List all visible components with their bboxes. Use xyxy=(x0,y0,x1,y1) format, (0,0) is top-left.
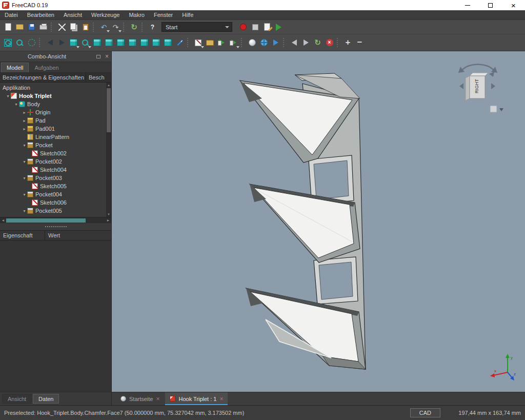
view-isometric-icon[interactable] xyxy=(91,37,103,49)
expander-icon[interactable] xyxy=(22,159,27,164)
tree-item-pocket[interactable]: Pocket xyxy=(0,141,111,149)
navigation-style-button[interactable]: CAD xyxy=(410,408,440,417)
rotate-left-icon[interactable] xyxy=(458,67,465,73)
whats-this-icon[interactable] xyxy=(147,21,158,33)
expander-icon[interactable] xyxy=(13,102,19,107)
close-button[interactable] xyxy=(502,0,525,10)
maximize-button[interactable] xyxy=(479,0,502,10)
open-folder-icon[interactable] xyxy=(204,37,216,49)
tree-header-description[interactable]: Besch xyxy=(86,73,111,82)
tree-item-origin[interactable]: Origin xyxy=(0,108,111,116)
zoom-in-icon[interactable] xyxy=(342,37,354,49)
view-top-icon[interactable] xyxy=(115,37,127,49)
export-icon[interactable] xyxy=(216,37,228,49)
menu-datei[interactable]: Datei xyxy=(0,10,23,20)
paste-icon[interactable] xyxy=(79,21,91,33)
expander-icon[interactable] xyxy=(22,127,27,131)
menu-hilfe[interactable]: Hilfe xyxy=(177,10,198,20)
scroll-left-icon[interactable] xyxy=(0,218,6,222)
tab-modell[interactable]: Modell xyxy=(1,63,29,72)
cut-icon[interactable] xyxy=(56,21,68,33)
rotate-right-icon[interactable] xyxy=(491,67,497,73)
expander-icon[interactable] xyxy=(22,209,27,213)
new-document-icon[interactable] xyxy=(2,21,14,33)
pan-right-icon[interactable] xyxy=(491,83,495,89)
expander-icon[interactable] xyxy=(22,143,27,148)
scrollbar-thumb[interactable] xyxy=(107,88,111,132)
start-page-icon[interactable] xyxy=(246,37,258,49)
property-table-body[interactable] xyxy=(0,241,111,392)
menu-bearbeiten[interactable]: Bearbeiten xyxy=(23,10,59,20)
zoom-tools-icon[interactable] xyxy=(79,37,91,49)
save-document-icon[interactable] xyxy=(26,21,37,33)
tree-horizontal-scrollbar[interactable] xyxy=(0,217,111,223)
tree-item-pocket003[interactable]: Pocket003 xyxy=(0,174,111,182)
tab-ansicht[interactable]: Ansicht xyxy=(2,394,32,404)
macro-stop-icon[interactable] xyxy=(249,21,261,33)
browser-forward-icon[interactable] xyxy=(300,37,312,49)
tree-item-sketch004[interactable]: Sketch004 xyxy=(0,166,111,174)
cube-left-face[interactable] xyxy=(466,76,470,101)
minimize-button[interactable] xyxy=(456,0,479,10)
close-panel-button[interactable] xyxy=(103,51,111,62)
tree-item-pad001[interactable]: Pad001 xyxy=(0,125,111,133)
menu-makro[interactable]: Makro xyxy=(124,10,149,20)
tree-item-applikation[interactable]: Applikation xyxy=(0,84,111,92)
macro-play-icon[interactable] xyxy=(273,21,285,33)
scroll-right-icon[interactable] xyxy=(105,218,111,222)
draw-style-icon[interactable] xyxy=(26,37,37,49)
view-bottom-icon[interactable] xyxy=(150,37,162,49)
tab-startseite[interactable]: Startseite xyxy=(116,392,164,405)
undo-icon[interactable] xyxy=(98,21,110,33)
nav-cube-face-label[interactable]: RIGHT xyxy=(474,79,479,94)
menu-fenster[interactable]: Fenster xyxy=(149,10,177,20)
view-front-icon[interactable] xyxy=(103,37,115,49)
panel-splitter[interactable] xyxy=(0,223,111,230)
expander-icon[interactable] xyxy=(22,192,27,197)
browser-back-icon[interactable] xyxy=(288,37,300,49)
menu-werkzeuge[interactable]: Werkzeuge xyxy=(87,10,124,20)
web-page-icon[interactable] xyxy=(258,37,270,49)
corner-rotate-icon[interactable] xyxy=(489,72,494,77)
expander-icon[interactable] xyxy=(22,118,27,123)
menu-ansicht[interactable]: Ansicht xyxy=(59,10,87,20)
3d-viewport[interactable]: RIGHT y x z xyxy=(112,51,525,392)
axonometric-view-icon[interactable] xyxy=(68,37,79,49)
workbench-selector[interactable]: Start xyxy=(161,22,232,32)
expander-icon[interactable] xyxy=(22,176,27,181)
view-left-icon[interactable] xyxy=(162,37,174,49)
measure-distance-icon[interactable] xyxy=(174,37,186,49)
tree-item-linearpattern[interactable]: LinearPattern xyxy=(0,133,111,141)
pan-left-icon[interactable] xyxy=(459,83,463,89)
expander-icon[interactable] xyxy=(5,94,11,98)
float-panel-button[interactable] xyxy=(94,51,103,62)
close-tab-icon[interactable] xyxy=(219,395,223,403)
view-rear-icon[interactable] xyxy=(138,37,150,49)
zoom-out-icon[interactable] xyxy=(354,37,366,49)
browser-stop-icon[interactable] xyxy=(324,37,335,49)
view-right-icon[interactable] xyxy=(127,37,138,49)
tab-aufgaben[interactable]: Aufgaben xyxy=(29,63,64,72)
value-column-header[interactable]: Wert xyxy=(45,231,111,240)
tree-item-pocket002[interactable]: Pocket002 xyxy=(0,157,111,166)
navigation-cube[interactable]: RIGHT xyxy=(449,62,507,117)
tree-item-sketch005[interactable]: Sketch005 xyxy=(0,182,111,190)
tree-item-body[interactable]: Body xyxy=(0,100,111,108)
tree-header-labels[interactable]: Bezeichnungen & Eigenschaften xyxy=(0,73,86,82)
expander-icon[interactable] xyxy=(22,110,27,115)
tree-item-sketch006[interactable]: Sketch006 xyxy=(0,198,111,207)
rotate-arc-icon[interactable] xyxy=(462,64,493,70)
tree-item-pocket005[interactable]: Pocket005 xyxy=(0,207,111,215)
chevron-down-icon[interactable] xyxy=(499,108,503,111)
view-back-icon[interactable] xyxy=(44,37,56,49)
macro-edit-icon[interactable] xyxy=(261,21,273,33)
open-browser-icon[interactable] xyxy=(270,37,281,49)
tab-hook-triplet[interactable]: Hook Triplet : 1 xyxy=(165,392,228,405)
open-document-icon[interactable] xyxy=(14,21,26,33)
tab-daten[interactable]: Daten xyxy=(33,394,59,404)
fit-selection-icon[interactable] xyxy=(14,37,26,49)
tree-item-pad[interactable]: Pad xyxy=(0,116,111,125)
tree-item-hook-triplet[interactable]: Hook Triplet xyxy=(0,92,111,100)
scroll-up-icon[interactable] xyxy=(107,83,110,88)
redo-icon[interactable] xyxy=(110,21,122,33)
